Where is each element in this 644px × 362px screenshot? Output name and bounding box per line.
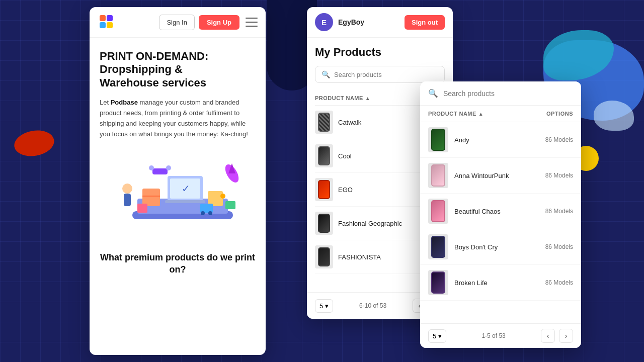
products-search-bar[interactable]: 🔍 [315, 66, 445, 83]
sort-icon: ▲ [365, 96, 370, 101]
chevron-down-icon: ▾ [325, 302, 329, 310]
product-name: Anna WintourPunk [454, 172, 529, 179]
svg-rect-10 [142, 189, 160, 206]
product-thumbnail [315, 111, 333, 134]
search-icon: 🔍 [321, 70, 330, 78]
product-name: FASHIONISTA [338, 253, 410, 261]
hero-illustration: ✓ [100, 143, 256, 244]
signup-button[interactable]: Sign Up [199, 15, 239, 30]
svg-rect-0 [100, 15, 106, 21]
per-page-select[interactable]: 5 ▾ [428, 329, 446, 343]
svg-rect-1 [107, 15, 113, 21]
sort-icon: ▲ [478, 111, 484, 117]
svg-rect-18 [152, 168, 168, 174]
product-thumbnail [428, 127, 448, 152]
product-name: Andy [454, 136, 529, 144]
search-input[interactable] [334, 71, 438, 78]
svg-rect-8 [165, 200, 205, 203]
product-name: Boys Don't Cry [454, 243, 529, 251]
page-title: My Products [315, 46, 445, 59]
options-count: 86 Models [535, 136, 573, 143]
product-name: Catwalk [338, 119, 410, 126]
landing-nav: Sign In Sign Up [90, 7, 266, 38]
svg-rect-22 [124, 194, 131, 206]
product-thumbnail [315, 178, 333, 201]
expanded-search-input[interactable] [443, 89, 573, 98]
pagination-info: 6-10 of 53 [337, 302, 409, 309]
product-thumbnail [428, 199, 448, 224]
product-thumbnail [315, 212, 333, 235]
options-count: 86 Models [535, 172, 573, 179]
col-product-name-header: PRODUCT NAME ▲ [315, 95, 406, 101]
signin-button[interactable]: Sign In [159, 15, 194, 30]
product-thumbnail [315, 144, 333, 167]
product-name: Cool [338, 152, 410, 160]
product-thumbnail [428, 163, 448, 188]
username-label: EgyBoy [338, 18, 364, 26]
table-row[interactable]: Anna WintourPunk 86 Models [420, 158, 581, 194]
product-name: Broken Life [454, 279, 529, 287]
chevron-down-icon: ▾ [438, 332, 442, 340]
product-name: Beautiful Chaos [454, 208, 529, 215]
svg-point-24 [201, 211, 205, 215]
options-count: 86 Models [535, 208, 573, 215]
landing-page-panel: Sign In Sign Up PRINT ON-DEMAND: Dropshi… [90, 7, 266, 355]
landing-content: PRINT ON-DEMAND: Dropshipping & Warehous… [90, 38, 266, 244]
expanded-table-footer: 5 ▾ 1-5 of 53 ‹ › [420, 323, 581, 348]
signout-button[interactable]: Sign out [405, 15, 445, 30]
product-thumbnail [428, 234, 448, 259]
expanded-table-header: PRODUCT NAME ▲ OPTIONS [420, 106, 581, 122]
svg-text:✓: ✓ [182, 183, 190, 194]
product-name: Fashional Geographic [338, 220, 410, 227]
svg-rect-17 [225, 201, 235, 209]
products-header: E EgyBoy Sign out [307, 7, 453, 38]
pagination-info: 1-5 of 53 [450, 332, 537, 339]
svg-point-21 [122, 184, 132, 194]
hero-title: PRINT ON-DEMAND: Dropshipping & Warehous… [100, 50, 256, 89]
user-avatar: E [315, 13, 333, 31]
col-options-header: OPTIONS [533, 111, 573, 117]
svg-rect-2 [100, 22, 106, 28]
product-name: EGO [338, 186, 410, 194]
table-row[interactable]: Andy 86 Models [420, 122, 581, 158]
bottom-title: What premium products do we print on? [90, 244, 266, 284]
next-page-button[interactable]: › [559, 329, 573, 343]
svg-point-19 [149, 165, 154, 170]
per-page-select[interactable]: 5 ▾ [315, 299, 333, 313]
svg-rect-16 [137, 204, 147, 213]
svg-point-15 [220, 194, 225, 199]
logo-icon [98, 13, 116, 31]
col-product-name-header: PRODUCT NAME ▲ [428, 111, 528, 117]
options-count: 86 Models [535, 279, 573, 286]
table-row[interactable]: Broken Life 86 Models [420, 265, 581, 301]
hamburger-menu[interactable] [246, 18, 258, 27]
search-icon: 🔍 [428, 88, 438, 98]
svg-point-20 [166, 165, 171, 170]
product-thumbnail [428, 270, 448, 295]
prev-page-button[interactable]: ‹ [541, 329, 555, 343]
hero-description: Let Podbase manage your custom and brand… [100, 98, 256, 139]
svg-point-25 [208, 211, 212, 215]
expanded-products-panel: 🔍 PRODUCT NAME ▲ OPTIONS Andy 86 Models … [420, 81, 581, 348]
table-row[interactable]: Beautiful Chaos 86 Models [420, 194, 581, 229]
svg-rect-3 [107, 22, 113, 28]
options-count: 86 Models [535, 243, 573, 250]
product-thumbnail [315, 245, 333, 268]
expanded-search-bar[interactable]: 🔍 [420, 81, 581, 106]
table-row[interactable]: Boys Don't Cry 86 Models [420, 229, 581, 265]
